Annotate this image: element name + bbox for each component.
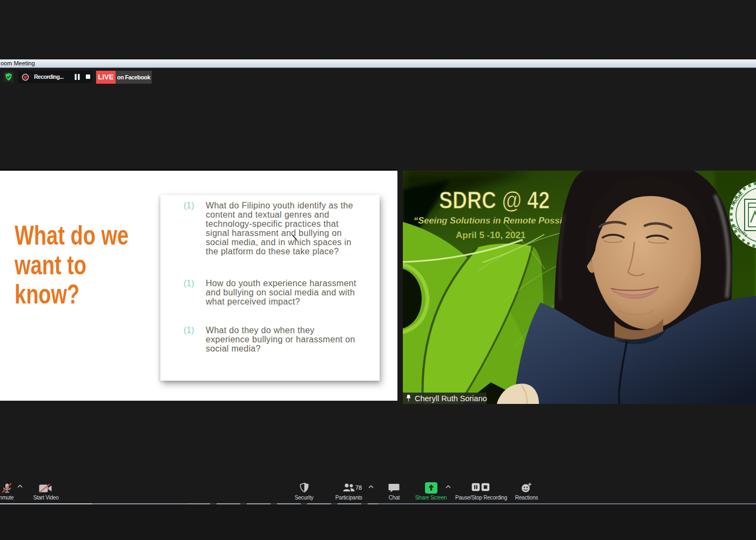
svg-text:“Seeing Solutions in Remote Po: “Seeing Solutions in Remote Possibilit [414, 215, 579, 225]
svg-text:April 5 -10, 2021: April 5 -10, 2021 [456, 230, 525, 240]
svg-text:Cheryll Ruth Soriano: Cheryll Ruth Soriano [415, 394, 487, 403]
svg-text:SDRC @ 42: SDRC @ 42 [439, 187, 550, 213]
